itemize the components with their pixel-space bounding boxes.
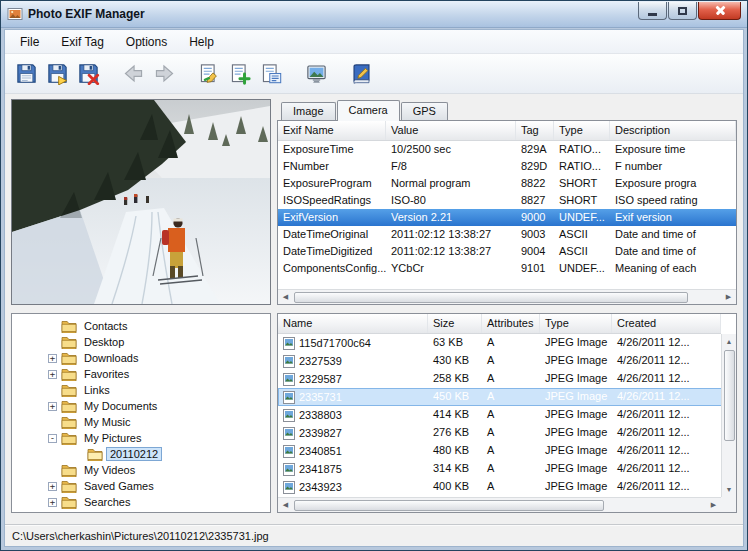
scrollbar-thumb[interactable]	[294, 500, 604, 511]
tree-expand-toggle[interactable]: +	[48, 482, 57, 491]
exif-row[interactable]: ExifVersion Version 2.21 9000 UNDEF... E…	[278, 209, 736, 226]
column-header[interactable]: Created	[612, 314, 721, 333]
tree-item[interactable]: My Music	[12, 414, 270, 430]
titlebar[interactable]: Photo EXIF Manager	[1, 1, 747, 28]
exif-table-header: Exif NameValueTagTypeDescription	[278, 121, 736, 141]
edit-tag-button[interactable]	[194, 58, 225, 89]
status-file-path: C:\Users\cherkashin\Pictures\20110212\23…	[12, 530, 269, 542]
tree-expand-toggle[interactable]: +	[48, 370, 57, 379]
folder-icon	[61, 336, 77, 349]
minimize-button[interactable]	[638, 2, 667, 20]
tree-item-label: My Pictures	[81, 432, 144, 444]
image-file-icon	[283, 409, 295, 422]
close-button[interactable]	[698, 2, 741, 20]
file-row[interactable]: 2338803 414 KB A JPEG Image 4/26/2011 12…	[278, 406, 736, 424]
exif-horizontal-scrollbar[interactable]: ◀ ▶	[278, 289, 736, 304]
tree-item[interactable]: + My Documents	[12, 398, 270, 414]
exif-row[interactable]: ExposureTime 10/2500 sec 829A RATIO... E…	[278, 141, 736, 158]
tree-item-label: My Documents	[81, 400, 160, 412]
exif-row[interactable]: DateTimeDigitized 2011:02:12 13:38:27 90…	[278, 243, 736, 260]
file-row[interactable]: 2343923 400 KB A JPEG Image 4/26/2011 12…	[278, 478, 736, 496]
tree-item[interactable]: My Videos	[12, 462, 270, 478]
tree-item[interactable]: Links	[12, 382, 270, 398]
save-as-button[interactable]	[42, 58, 73, 89]
column-header[interactable]: Type	[554, 121, 610, 140]
menu-item[interactable]: File	[9, 31, 50, 53]
tree-expand-toggle[interactable]: +	[48, 354, 57, 363]
image-file-icon	[283, 481, 295, 494]
column-header[interactable]: Exif Name	[278, 121, 386, 140]
file-row[interactable]: 2329587 258 KB A JPEG Image 4/26/2011 12…	[278, 370, 736, 388]
tab-strip: ImageCameraGPS	[277, 99, 737, 120]
tree-item-label: My Music	[81, 416, 133, 428]
column-header[interactable]: Value	[386, 121, 516, 140]
help-book-icon	[350, 62, 373, 85]
menu-item[interactable]: Exif Tag	[50, 31, 114, 53]
folder-tree: Contacts Desktop	[11, 313, 271, 513]
add-tag-button[interactable]	[225, 58, 256, 89]
file-row[interactable]: 2341875 314 KB A JPEG Image 4/26/2011 12…	[278, 460, 736, 478]
photo-preview	[12, 100, 270, 304]
scroll-right-arrow[interactable]: ▶	[706, 498, 721, 513]
scroll-up-arrow[interactable]: ▲	[722, 334, 737, 349]
menu-item[interactable]: Options	[115, 31, 178, 53]
tag-list-button[interactable]	[256, 58, 287, 89]
folder-icon	[61, 368, 77, 381]
scroll-left-arrow[interactable]: ◀	[278, 498, 293, 513]
tree-item[interactable]: - My Pictures	[12, 430, 270, 446]
delete-exif-button[interactable]	[73, 58, 104, 89]
undo-button[interactable]	[118, 58, 149, 89]
help-button[interactable]	[346, 58, 377, 89]
preview-button[interactable]	[301, 58, 332, 89]
tree-item-label: Contacts	[81, 320, 130, 332]
scroll-right-arrow[interactable]: ▶	[721, 290, 736, 305]
scrollbar-thumb[interactable]	[724, 350, 735, 441]
tab[interactable]: Camera	[337, 100, 400, 121]
horizontal-splitter[interactable]	[11, 305, 737, 313]
maximize-button[interactable]	[668, 2, 697, 20]
undo-arrow-icon	[122, 62, 145, 85]
tree-item[interactable]: + Downloads	[12, 350, 270, 366]
redo-button[interactable]	[149, 58, 180, 89]
edit-tag-icon	[198, 62, 221, 85]
scroll-down-arrow[interactable]: ▼	[722, 482, 737, 497]
tree-item[interactable]: + Favorites	[12, 366, 270, 382]
exif-row[interactable]: ComponentsConfig... YCbCr 9101 UNDEF... …	[278, 260, 736, 277]
column-header[interactable]: Attributes	[482, 314, 540, 333]
tab[interactable]: Image	[281, 102, 336, 120]
column-header[interactable]: Description	[610, 121, 736, 140]
scrollbar-corner	[721, 497, 736, 512]
exif-row[interactable]: ExposureProgram Normal program 8822 SHOR…	[278, 175, 736, 192]
save-as-icon	[46, 62, 69, 85]
tree-expand-toggle[interactable]: +	[48, 402, 57, 411]
exif-row[interactable]: FNumber F/8 829D RATIO... F number	[278, 158, 736, 175]
exif-row[interactable]: DateTimeOriginal 2011:02:12 13:38:27 900…	[278, 226, 736, 243]
column-header[interactable]: Tag	[516, 121, 554, 140]
exif-row[interactable]: ISOSpeedRatings ISO-80 8827 SHORT ISO sp…	[278, 192, 736, 209]
column-header[interactable]: Size	[428, 314, 482, 333]
save-exif-button[interactable]	[11, 58, 42, 89]
scrollbar-thumb[interactable]	[294, 292, 688, 303]
file-row[interactable]: 115d71700c64 63 KB A JPEG Image 4/26/201…	[278, 334, 736, 352]
file-row[interactable]: 2327539 430 KB A JPEG Image 4/26/2011 12…	[278, 352, 736, 370]
folder-icon	[61, 432, 77, 445]
file-list-horizontal-scrollbar[interactable]: ◀ ▶	[278, 497, 721, 512]
file-row[interactable]: 2339827 276 KB A JPEG Image 4/26/2011 12…	[278, 424, 736, 442]
file-row[interactable]: 2340851 480 KB A JPEG Image 4/26/2011 12…	[278, 442, 736, 460]
folder-icon	[61, 480, 77, 493]
tree-expand-toggle[interactable]: +	[48, 498, 57, 507]
tree-expand-toggle[interactable]: -	[48, 434, 57, 443]
column-header[interactable]: Name	[278, 314, 428, 333]
tree-item[interactable]: Contacts	[12, 318, 270, 334]
tree-item[interactable]: + Saved Games	[12, 478, 270, 494]
maximize-icon	[678, 7, 687, 15]
menu-item[interactable]: Help	[178, 31, 225, 53]
file-list-vertical-scrollbar[interactable]: ▲ ▼	[721, 334, 736, 497]
tree-item[interactable]: 20110212	[12, 446, 270, 462]
scroll-left-arrow[interactable]: ◀	[278, 290, 293, 305]
tree-item[interactable]: + Searches	[12, 494, 270, 510]
column-header[interactable]: Type	[540, 314, 612, 333]
tab[interactable]: GPS	[401, 102, 448, 120]
tree-item[interactable]: Desktop	[12, 334, 270, 350]
file-row[interactable]: 2335731 450 KB A JPEG Image 4/26/2011 12…	[278, 388, 736, 406]
